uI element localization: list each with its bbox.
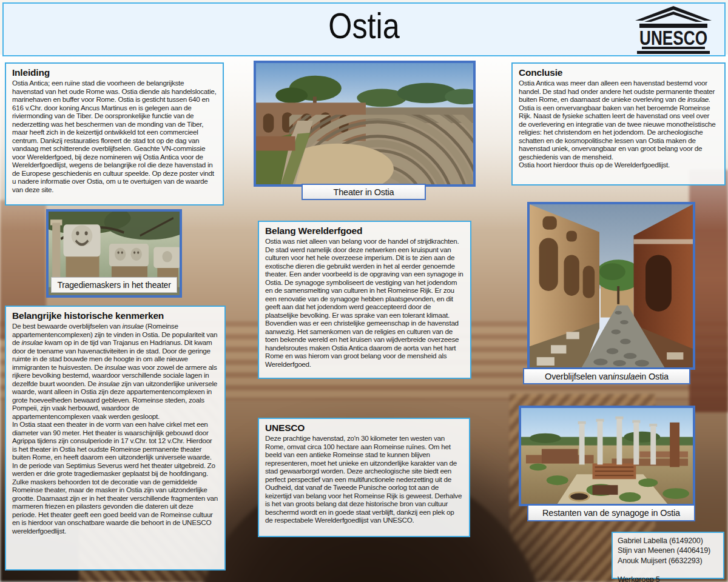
section-kenmerken-heading: Belangrijke historische kenmerken: [12, 310, 218, 321]
section-conclusie-body: Ostia Antica was meer dan alleen een hav…: [519, 79, 718, 169]
section-belang-body: Ostia was niet alleen van belang voor de…: [265, 237, 464, 368]
synagogue-ruins-photo: [521, 408, 693, 504]
section-conclusie: Conclusie Ostia Antica was meer dan alle…: [511, 62, 726, 186]
page-title: Ostia: [61, 5, 667, 47]
section-unesco-body: Deze prachtige havenstad, zo'n 30 kilome…: [265, 434, 463, 524]
svg-text:UNESCO: UNESCO: [639, 26, 707, 49]
section-inleiding-body: Ostia Antica; een ruïne stad die voorhee…: [12, 79, 217, 193]
caption-tragedy-masks: Tragediemaskers in het theater: [51, 277, 177, 293]
header: Ostia UNESCO: [2, 2, 726, 56]
caption-theater: Theater in Ostia: [302, 184, 426, 200]
section-kenmerken: Belangrijke historische kenmerken De bes…: [5, 306, 226, 570]
unesco-logo-icon: UNESCO: [631, 5, 716, 54]
figure-insulae: [527, 202, 695, 370]
section-inleiding-heading: Inleiding: [12, 67, 217, 78]
section-inleiding: Inleiding Ostia Antica; een ruïne stad d…: [5, 62, 224, 206]
poster: Ostia UNESCO Inleiding Ostia Antica; een…: [0, 0, 728, 582]
section-conclusie-heading: Conclusie: [519, 67, 718, 78]
section-unesco-heading: UNESCO: [265, 423, 463, 433]
insulae-street-photo: [530, 204, 693, 367]
theater-photo: [256, 63, 473, 184]
credits-box: Gabriel Labella (6149200) Stijn van Meen…: [612, 532, 724, 579]
credit-name: Anouk Muijsert (6632293): [618, 556, 718, 566]
caption-synagoge: Restanten van de synagoge in Ostia: [527, 504, 695, 521]
figure-theater: [254, 61, 476, 187]
section-unesco: UNESCO Deze prachtige havenstad, zo'n 30…: [258, 418, 470, 537]
credit-name: Gabriel Labella (6149200): [618, 536, 718, 546]
credit-group: Werkgroep 5: [618, 575, 718, 582]
caption-insulae: Overblijfselen van insulae in Ostia: [523, 368, 690, 384]
figure-synagoge: [519, 406, 695, 506]
section-belang-heading: Belang Werelderfgoed: [265, 226, 464, 236]
credit-name: Stijn van Meenen (4406419): [618, 546, 718, 555]
section-kenmerken-body: De best bewaarde overblijfselen van insu…: [12, 322, 218, 535]
section-belang: Belang Werelderfgoed Ostia was niet alle…: [258, 221, 471, 379]
figure-tragedy-masks: Tragediemaskers in het theater: [46, 209, 182, 298]
